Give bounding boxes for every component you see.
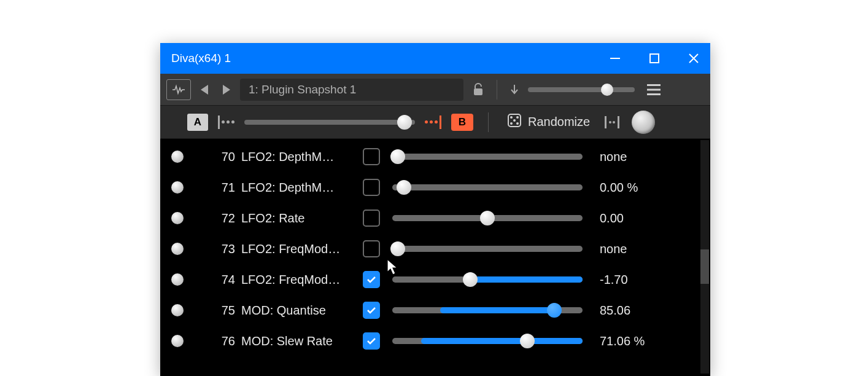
hamburger-menu-icon[interactable] bbox=[643, 79, 664, 101]
close-button[interactable] bbox=[688, 53, 699, 64]
param-row: 72 LFO2: Rate 0.00 bbox=[160, 203, 710, 233]
param-indicator-dot[interactable] bbox=[171, 181, 184, 194]
param-value: none bbox=[600, 150, 627, 164]
maximize-button[interactable] bbox=[649, 53, 660, 64]
randomize-scope-icon[interactable] bbox=[605, 116, 619, 128]
host-toolbar: 1: Plugin Snapshot 1 bbox=[160, 74, 710, 106]
svg-rect-4 bbox=[647, 88, 661, 90]
param-number: 75 bbox=[214, 304, 235, 318]
prev-preset-button[interactable] bbox=[196, 81, 213, 98]
svg-point-7 bbox=[510, 116, 513, 119]
svg-point-9 bbox=[513, 119, 516, 122]
svg-rect-5 bbox=[647, 93, 661, 95]
param-indicator-dot[interactable] bbox=[171, 335, 184, 347]
param-name: MOD: Slew Rate bbox=[241, 334, 354, 348]
b-slot-button[interactable]: B bbox=[451, 114, 473, 131]
randomize-label: Randomize bbox=[528, 115, 590, 129]
param-indicator-dot[interactable] bbox=[171, 273, 184, 286]
param-number: 72 bbox=[214, 211, 235, 225]
param-row: 75 MOD: Quantise 85.06 bbox=[160, 295, 710, 326]
param-enable-checkbox[interactable] bbox=[363, 332, 380, 350]
svg-point-8 bbox=[516, 116, 519, 119]
next-preset-button[interactable] bbox=[218, 81, 235, 98]
param-slider[interactable] bbox=[392, 184, 583, 190]
lock-icon[interactable] bbox=[468, 79, 488, 101]
a-slot-button[interactable]: A bbox=[187, 114, 208, 131]
divider bbox=[488, 112, 489, 132]
param-slider[interactable] bbox=[392, 246, 583, 252]
param-value: 71.06 % bbox=[600, 334, 645, 348]
param-name: LFO2: Rate bbox=[241, 211, 354, 225]
parameter-list: 70 LFO2: DepthM… none 71 LFO2: DepthM… 0… bbox=[160, 139, 710, 376]
copy-to-a-icon[interactable] bbox=[425, 116, 441, 129]
output-slider[interactable] bbox=[528, 87, 635, 92]
output-slider-thumb[interactable] bbox=[601, 84, 613, 96]
param-indicator-dot[interactable] bbox=[171, 304, 184, 316]
param-name: LFO2: FreqMod… bbox=[241, 273, 354, 287]
divider bbox=[497, 80, 497, 100]
param-name: LFO2: DepthM… bbox=[241, 181, 354, 195]
param-slider-thumb[interactable] bbox=[397, 180, 411, 195]
randomize-button[interactable]: Randomize bbox=[503, 111, 594, 133]
param-enable-checkbox[interactable] bbox=[363, 271, 380, 288]
randomize-amount-knob[interactable] bbox=[632, 111, 655, 134]
dice-icon bbox=[507, 113, 522, 131]
param-row: 73 LFO2: FreqMod… none bbox=[160, 233, 710, 264]
param-enable-checkbox[interactable] bbox=[363, 210, 380, 227]
param-slider-thumb[interactable] bbox=[520, 334, 535, 348]
param-value: none bbox=[600, 242, 627, 256]
param-slider-thumb[interactable] bbox=[480, 211, 495, 225]
param-enable-checkbox[interactable] bbox=[363, 179, 380, 196]
param-number: 70 bbox=[214, 150, 235, 164]
scrollbar[interactable] bbox=[700, 140, 709, 374]
titlebar: Diva(x64) 1 bbox=[160, 43, 710, 74]
param-indicator-dot[interactable] bbox=[171, 151, 184, 163]
param-row: 70 LFO2: DepthM… none bbox=[160, 141, 710, 172]
param-number: 74 bbox=[214, 273, 235, 287]
svg-rect-0 bbox=[610, 58, 620, 59]
snapshot-label: 1: Plugin Snapshot 1 bbox=[249, 83, 356, 96]
window-title: Diva(x64) 1 bbox=[171, 52, 610, 65]
ab-morph-slider[interactable] bbox=[244, 120, 415, 125]
param-row: 74 LFO2: FreqMod… -1.70 bbox=[160, 264, 710, 295]
svg-rect-2 bbox=[474, 88, 482, 95]
param-slider[interactable] bbox=[392, 338, 583, 344]
snapshot-selector[interactable]: 1: Plugin Snapshot 1 bbox=[240, 79, 463, 101]
param-slider[interactable] bbox=[392, 276, 583, 283]
param-number: 71 bbox=[214, 181, 235, 195]
ab-toolbar: A B Randomize bbox=[160, 106, 710, 139]
param-number: 76 bbox=[214, 334, 235, 348]
param-slider[interactable] bbox=[392, 215, 583, 221]
param-value: 0.00 % bbox=[600, 181, 638, 195]
svg-rect-1 bbox=[650, 54, 659, 63]
param-name: MOD: Quantise bbox=[241, 304, 354, 318]
param-slider-thumb[interactable] bbox=[463, 272, 478, 287]
scrollbar-thumb[interactable] bbox=[700, 249, 709, 284]
window-controls bbox=[610, 53, 699, 64]
param-indicator-dot[interactable] bbox=[171, 212, 184, 224]
param-slider[interactable] bbox=[392, 154, 583, 160]
param-value: 85.06 bbox=[600, 304, 630, 318]
ab-morph-thumb[interactable] bbox=[397, 115, 412, 130]
down-arrow-icon[interactable] bbox=[506, 79, 523, 101]
param-indicator-dot[interactable] bbox=[171, 243, 184, 255]
param-enable-checkbox[interactable] bbox=[363, 148, 380, 165]
waveform-icon[interactable] bbox=[166, 79, 191, 100]
param-value: -1.70 bbox=[600, 273, 628, 287]
param-enable-checkbox[interactable] bbox=[363, 302, 380, 319]
svg-rect-3 bbox=[647, 84, 661, 86]
minimize-button[interactable] bbox=[610, 53, 621, 64]
param-slider-thumb[interactable] bbox=[390, 241, 405, 256]
param-enable-checkbox[interactable] bbox=[363, 240, 380, 257]
param-slider-thumb[interactable] bbox=[390, 149, 405, 164]
param-slider-thumb[interactable] bbox=[547, 303, 562, 318]
param-row: 76 MOD: Slew Rate 71.06 % bbox=[160, 326, 710, 356]
svg-point-10 bbox=[510, 122, 513, 125]
copy-to-b-icon[interactable] bbox=[218, 116, 234, 129]
svg-point-11 bbox=[516, 122, 519, 125]
param-slider[interactable] bbox=[392, 307, 583, 313]
plugin-window: Diva(x64) 1 1: Plugin Snapshot 1 bbox=[160, 43, 710, 376]
param-value: 0.00 bbox=[600, 211, 624, 225]
param-row: 71 LFO2: DepthM… 0.00 % bbox=[160, 172, 710, 203]
param-number: 73 bbox=[214, 242, 235, 256]
